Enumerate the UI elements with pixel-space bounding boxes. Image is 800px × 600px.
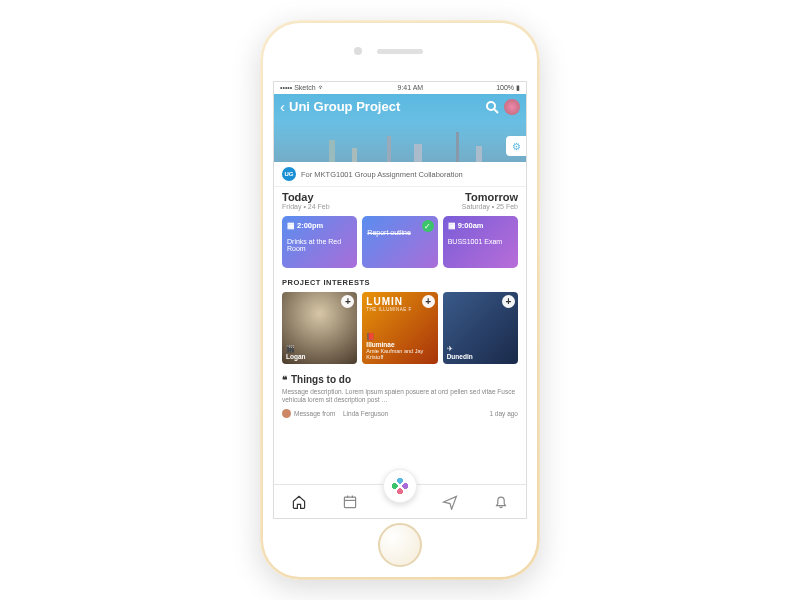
header: ‹ Uni Group Project ⚙: [274, 94, 526, 162]
tab-home[interactable]: [290, 494, 308, 510]
interest-card[interactable]: + LUMIN THE ILLUMINAE F 📕 Illuminae Amie…: [362, 292, 437, 364]
phone-bezel: ••••• Sketch ᯤ 9:41 AM 100% ▮ ‹ Uni Grou…: [263, 23, 537, 577]
interest-card[interactable]: + 🎬 Logan: [282, 292, 357, 364]
interest-card[interactable]: + ✈ Dunedin: [443, 292, 518, 364]
header-banner-image: [274, 122, 526, 162]
calendar-icon: ▦: [287, 221, 295, 230]
group-description-row: UG For MKTG1001 Group Assignment Collabo…: [274, 162, 526, 187]
tomorrow-heading: Tomorrow Saturday • 25 Feb: [406, 191, 518, 210]
phone-frame: ••••• Sketch ᯤ 9:41 AM 100% ▮ ‹ Uni Grou…: [260, 20, 540, 580]
todo-body: Message description. Lorem ipsum spaien …: [282, 388, 518, 405]
app-screen: ••••• Sketch ᯤ 9:41 AM 100% ▮ ‹ Uni Grou…: [273, 81, 527, 519]
todo-author: Message from Linda Ferguson: [282, 409, 388, 418]
event-time: 2:00pm: [297, 221, 323, 230]
today-heading: Today Friday • 24 Feb: [282, 191, 394, 210]
schedule-cards: ▦2:00pm Drinks at the Red Room ✓ Report …: [282, 216, 518, 268]
fab-add[interactable]: [383, 469, 417, 503]
home-button[interactable]: [378, 523, 422, 567]
book-icon: 📕: [366, 333, 433, 341]
today-label: Today: [282, 191, 394, 203]
status-bar: ••••• Sketch ᯤ 9:41 AM 100% ▮: [274, 82, 526, 94]
interests-heading: PROJECT INTERESTS: [282, 278, 518, 287]
settings-tab[interactable]: ⚙: [506, 136, 526, 156]
travel-icon: ✈: [447, 345, 514, 353]
svg-point-0: [487, 102, 495, 110]
tab-bar: [274, 484, 526, 518]
quote-icon: ❝: [282, 374, 287, 385]
today-date: Friday • 24 Feb: [282, 203, 394, 210]
search-icon[interactable]: [484, 99, 500, 115]
plus-color-icon: [391, 477, 409, 495]
avatar[interactable]: [504, 99, 520, 115]
todo-age: 1 day ago: [489, 410, 518, 417]
tab-send[interactable]: [441, 494, 459, 510]
interest-title: Dunedin: [447, 353, 514, 360]
author-avatar: [282, 409, 291, 418]
event-card[interactable]: ▦9:00am BUSS1001 Exam: [443, 216, 518, 268]
event-title: BUSS1001 Exam: [448, 238, 513, 245]
calendar-icon: ▦: [448, 221, 456, 230]
group-badge: UG: [282, 167, 296, 181]
page-title: Uni Group Project: [289, 99, 480, 114]
interest-subtitle: Amie Kaufman and Jay Kristoff: [366, 348, 433, 360]
svg-rect-2: [344, 497, 355, 507]
tab-notifications[interactable]: [492, 494, 510, 510]
svg-line-1: [494, 109, 498, 113]
group-description: For MKTG1001 Group Assignment Collaborat…: [301, 170, 463, 179]
movie-icon: 🎬: [286, 345, 353, 353]
gear-icon: ⚙: [512, 141, 521, 152]
main-content: Today Friday • 24 Feb Tomorrow Saturday …: [274, 187, 526, 484]
event-card[interactable]: ▦2:00pm Drinks at the Red Room: [282, 216, 357, 268]
tomorrow-date: Saturday • 25 Feb: [406, 203, 518, 210]
interests-row: + 🎬 Logan + LUMIN THE ILLUMINAE F 📕 Illu…: [282, 292, 518, 364]
status-carrier: ••••• Sketch ᯤ: [280, 84, 325, 92]
event-card[interactable]: ✓ Report outline: [362, 216, 437, 268]
add-icon[interactable]: +: [341, 295, 354, 308]
check-icon: ✓: [422, 220, 434, 232]
back-icon[interactable]: ‹: [280, 98, 285, 115]
todo-heading: Things to do: [291, 374, 351, 385]
event-title: Drinks at the Red Room: [287, 238, 352, 252]
phone-camera: [354, 47, 362, 55]
event-time: 9:00am: [458, 221, 484, 230]
status-time: 9:41 AM: [398, 84, 424, 92]
interest-title: Logan: [286, 353, 353, 360]
interest-title: Illuminae: [366, 341, 433, 348]
cover-text: LUMIN THE ILLUMINAE F: [366, 296, 433, 312]
tomorrow-label: Tomorrow: [406, 191, 518, 203]
todo-section[interactable]: ❝ Things to do Message description. Lore…: [282, 374, 518, 418]
tab-calendar[interactable]: [341, 494, 359, 510]
add-icon[interactable]: +: [502, 295, 515, 308]
status-battery: 100% ▮: [496, 84, 520, 92]
phone-speaker: [377, 49, 423, 54]
